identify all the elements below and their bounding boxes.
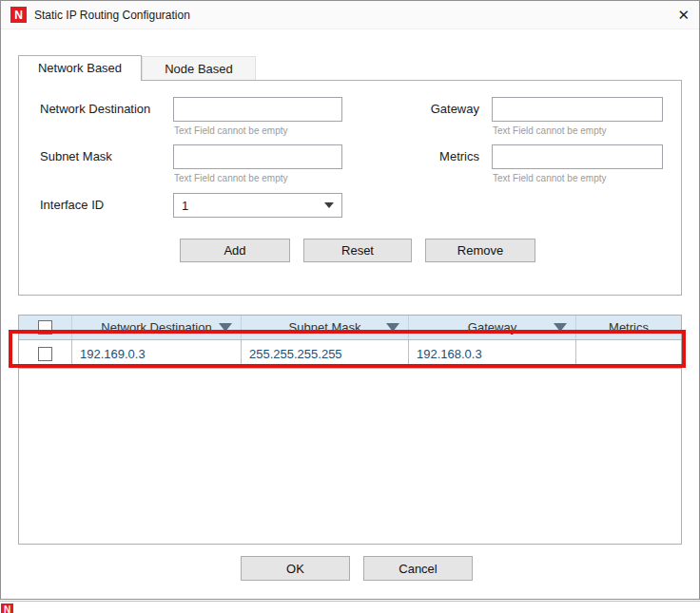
chevron-down-icon [324, 202, 334, 208]
column-header-gateway[interactable]: Gateway [409, 316, 576, 339]
ok-button[interactable]: OK [241, 556, 350, 581]
add-button[interactable]: Add [180, 239, 290, 262]
column-header-label: Gateway [468, 320, 516, 335]
gateway-input[interactable] [492, 97, 663, 122]
column-header-label: Subnet Mask [289, 320, 361, 335]
gateway-label: Gateway [380, 97, 479, 122]
column-header-label: Metrics [609, 320, 649, 335]
routes-table: Network Destination Subnet Mask Gateway … [18, 315, 682, 545]
screen: N Static IP Routing Configuration ✕ Netw… [0, 0, 700, 613]
cell-metrics [576, 340, 681, 368]
column-header-subnet-mask[interactable]: Subnet Mask [242, 316, 409, 339]
table-header-row: Network Destination Subnet Mask Gateway … [19, 316, 681, 340]
select-all-header-cell [19, 316, 72, 339]
row-checkbox-cell [19, 340, 72, 368]
titlebar: N Static IP Routing Configuration ✕ [1, 1, 699, 29]
window-title: Static IP Routing Configuration [34, 9, 190, 22]
subnet-mask-label: Subnet Mask [40, 144, 112, 169]
interface-id-label: Interface ID [40, 193, 104, 218]
metrics-input[interactable] [492, 144, 663, 169]
filter-icon[interactable] [386, 323, 399, 332]
column-header-metrics[interactable]: Metrics [576, 316, 681, 339]
cell-gateway: 192.168.0.3 [409, 340, 576, 368]
background-app-logo-icon: N [1, 603, 13, 613]
reset-button[interactable]: Reset [303, 239, 412, 262]
static-ip-routing-dialog: N Static IP Routing Configuration ✕ Netw… [0, 0, 700, 600]
subnet-mask-input[interactable] [173, 144, 342, 169]
select-all-checkbox[interactable] [38, 320, 52, 335]
tab-node-based[interactable]: Node Based [142, 56, 256, 80]
close-icon[interactable]: ✕ [665, 7, 690, 24]
filter-icon[interactable] [554, 323, 567, 332]
remove-button[interactable]: Remove [425, 239, 535, 262]
metrics-label: Metrics [380, 144, 479, 169]
table-row[interactable]: 192.169.0.3 255.255.255.255 192.168.0.3 [19, 340, 681, 369]
cell-network-destination: 192.169.0.3 [72, 340, 242, 368]
form-panel: Network Destination Text Field cannot be… [18, 80, 682, 296]
metrics-helper: Text Field cannot be empty [493, 173, 607, 183]
network-destination-input[interactable] [173, 97, 342, 122]
network-destination-label: Network Destination [40, 97, 150, 122]
network-destination-helper: Text Field cannot be empty [174, 125, 288, 136]
column-header-network-destination[interactable]: Network Destination [72, 316, 242, 339]
cell-subnet-mask: 255.255.255.255 [242, 340, 409, 368]
subnet-mask-helper: Text Field cannot be empty [174, 173, 288, 183]
cancel-button[interactable]: Cancel [363, 556, 473, 581]
gateway-helper: Text Field cannot be empty [493, 125, 607, 136]
background-window-strip: N [0, 601, 700, 613]
interface-id-value: 1 [182, 199, 188, 213]
tab-network-based[interactable]: Network Based [18, 55, 142, 81]
filter-icon[interactable] [219, 323, 232, 332]
interface-id-dropdown[interactable]: 1 [173, 193, 342, 218]
row-checkbox[interactable] [38, 347, 52, 361]
app-logo-icon: N [10, 7, 27, 23]
column-header-label: Network Destination [101, 320, 211, 335]
